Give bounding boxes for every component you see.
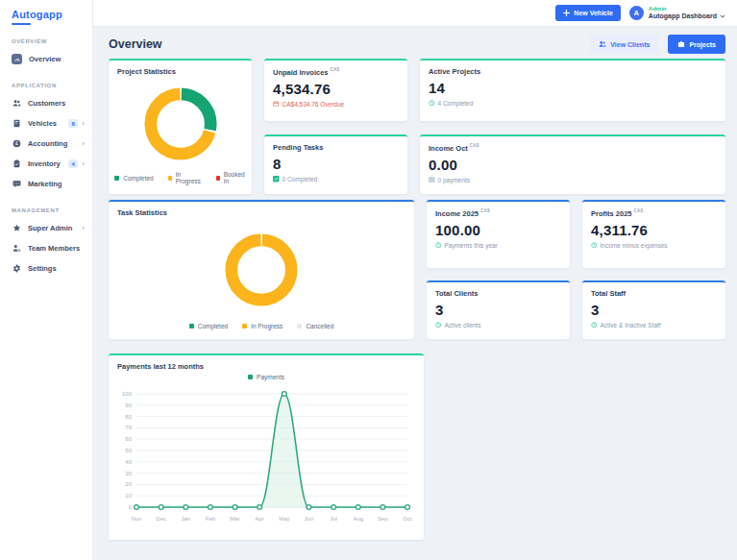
currency-circle-icon: £ bbox=[12, 139, 21, 149]
svg-text:Aug: Aug bbox=[353, 516, 363, 522]
total-staff-value: 3 bbox=[591, 302, 717, 318]
clock-icon bbox=[435, 322, 442, 329]
income-2025-value: 100.00 bbox=[435, 222, 561, 238]
legend-label: Cancelled bbox=[306, 323, 333, 329]
sidebar-item-label: Accounting bbox=[28, 139, 82, 148]
active-projects-card: Active Projects 14 4 Completed bbox=[420, 59, 725, 121]
legend-swatch-completed bbox=[189, 324, 194, 329]
total-staff-card: Total Staff 3 Active & Inactive Staff bbox=[582, 280, 725, 339]
payments-chart-card: Payments last 12 months Payments 0102030… bbox=[109, 353, 424, 540]
pending-tasks-value: 8 bbox=[273, 156, 399, 172]
square-icon bbox=[429, 177, 435, 183]
card-title: Pending Tasks bbox=[273, 143, 399, 152]
projects-button[interactable]: Projects bbox=[668, 35, 725, 54]
svg-text:10: 10 bbox=[125, 493, 132, 499]
card-title: Profits 2025CA$ bbox=[591, 208, 717, 218]
check-square-icon bbox=[273, 176, 280, 183]
sidebar-item-inventory[interactable]: Inventory 4 › bbox=[0, 154, 92, 174]
sidebar-item-overview[interactable]: Overview bbox=[0, 49, 92, 69]
card-title: Project Statistics bbox=[117, 67, 243, 76]
income-oct-card: Income OctCA$ 0.00 0 payments bbox=[420, 134, 725, 194]
legend-label: Payments bbox=[257, 374, 284, 380]
currency-label: CA$ bbox=[331, 67, 340, 72]
new-vehicle-button[interactable]: New Vehicle bbox=[555, 5, 620, 21]
sidebar-item-label: Marketing bbox=[28, 180, 85, 188]
view-clients-label: View Clients bbox=[610, 41, 650, 48]
legend-swatch-in-progress bbox=[168, 176, 172, 181]
pending-tasks-note: 0 Completed bbox=[273, 176, 399, 183]
sidebar-section-application: APPLICATION bbox=[12, 83, 81, 88]
svg-text:40: 40 bbox=[125, 459, 132, 465]
profits-2025-card: Profits 2025CA$ 4,311.76 Income minus ex… bbox=[582, 200, 725, 268]
card-title: Unpaid InvoicesCA$ bbox=[273, 67, 399, 77]
card-title: Active Projects bbox=[429, 67, 717, 76]
user-role: Admin bbox=[649, 6, 725, 12]
task-statistics-legend: Completed In Progress Cancelled bbox=[117, 323, 405, 332]
sidebar: Autogapp OVERVIEW Overview APPLICATION C… bbox=[0, 0, 93, 560]
active-projects-value: 14 bbox=[429, 80, 717, 96]
chat-bubble-icon bbox=[12, 180, 21, 189]
legend-swatch-payments bbox=[248, 375, 253, 379]
page-title: Overview bbox=[109, 37, 162, 51]
view-clients-button[interactable]: View Clients bbox=[590, 35, 658, 54]
svg-text:80: 80 bbox=[125, 414, 132, 420]
project-statistics-donut bbox=[117, 76, 243, 171]
sidebar-item-settings[interactable]: Settings bbox=[0, 258, 92, 279]
new-vehicle-label: New Vehicle bbox=[574, 10, 612, 16]
card-title: Total Clients bbox=[435, 289, 561, 298]
legend-label: In Progress bbox=[176, 171, 202, 184]
users-icon bbox=[599, 40, 606, 48]
sidebar-item-vehicles[interactable]: Vehicles 8 › bbox=[0, 113, 92, 134]
sidebar-item-accounting[interactable]: £ Accounting › bbox=[0, 134, 92, 154]
avatar: A bbox=[629, 6, 644, 20]
svg-text:70: 70 bbox=[125, 425, 132, 430]
profits-2025-note: Income minus expenses bbox=[591, 242, 717, 249]
sidebar-item-marketing[interactable]: Marketing bbox=[0, 174, 92, 194]
svg-text:60: 60 bbox=[125, 436, 132, 442]
inventory-count-badge: 4 bbox=[68, 159, 78, 168]
svg-text:30: 30 bbox=[125, 471, 132, 476]
legend-label: Completed bbox=[123, 175, 153, 182]
income-2025-note: Payments this year bbox=[435, 242, 561, 249]
card-title: Task Statistics bbox=[117, 208, 405, 217]
user-menu[interactable]: A Admin Autogapp Dashboard bbox=[629, 6, 725, 21]
payments-line-chart: 0102030405060708090100NovDecJanFebMarApr… bbox=[117, 382, 413, 528]
briefcase-icon bbox=[677, 40, 685, 48]
total-staff-note: Active & Inactive Staff bbox=[591, 322, 717, 329]
vehicles-count-badge: 8 bbox=[68, 119, 78, 128]
calendar-icon bbox=[273, 101, 280, 108]
total-clients-card: Total Clients 3 Active clients bbox=[427, 280, 570, 339]
star-icon bbox=[12, 224, 21, 233]
sidebar-item-super-admin[interactable]: Super Admin › bbox=[0, 218, 92, 238]
sidebar-item-label: Inventory bbox=[28, 159, 68, 168]
task-statistics-card: Task Statistics Completed In Progress Ca… bbox=[109, 200, 414, 339]
svg-text:Feb: Feb bbox=[206, 516, 216, 522]
svg-text:Jun: Jun bbox=[305, 516, 314, 522]
income-2025-card: Income 2025CA$ 100.00 Payments this year bbox=[427, 200, 570, 268]
clock-icon bbox=[429, 100, 435, 107]
app-logo[interactable]: Autogapp bbox=[0, 0, 92, 22]
total-clients-note: Active clients bbox=[435, 322, 561, 329]
sidebar-section-overview: OVERVIEW bbox=[12, 38, 81, 44]
clipboard-icon bbox=[12, 159, 21, 169]
legend-swatch-completed bbox=[114, 176, 119, 181]
sidebar-item-team-members[interactable]: Team Members bbox=[0, 238, 92, 258]
pending-tasks-card: Pending Tasks 8 0 Completed bbox=[264, 134, 407, 194]
currency-label: CA$ bbox=[480, 208, 490, 213]
card-title: Payments last 12 months bbox=[117, 362, 415, 371]
chevron-right-icon: › bbox=[82, 160, 85, 168]
total-clients-value: 3 bbox=[435, 302, 561, 318]
chevron-right-icon: › bbox=[82, 120, 85, 128]
chevron-down-icon bbox=[720, 14, 725, 18]
person-icon bbox=[12, 244, 21, 254]
task-statistics-donut bbox=[117, 217, 405, 323]
svg-text:20: 20 bbox=[125, 481, 132, 487]
clock-icon bbox=[591, 322, 598, 329]
card-title: Total Staff bbox=[591, 289, 717, 298]
users-icon bbox=[12, 99, 21, 109]
sidebar-item-label: Overview bbox=[29, 55, 85, 63]
sidebar-item-customers[interactable]: Customers bbox=[0, 93, 92, 113]
unpaid-invoices-value: 4,534.76 bbox=[273, 81, 399, 97]
svg-text:Apr: Apr bbox=[256, 516, 264, 522]
svg-text:Jul: Jul bbox=[330, 516, 337, 522]
